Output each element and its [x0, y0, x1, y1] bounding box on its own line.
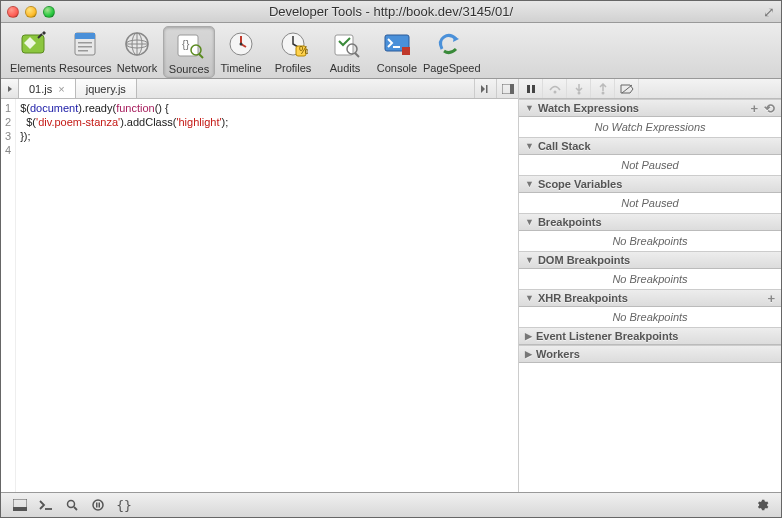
main-toolbar: ElementsResourcesNetwork{}SourcesTimelin… [1, 23, 781, 79]
editor-controls [474, 79, 518, 98]
panel-dom-body: No Breakpoints [519, 269, 781, 289]
add-icon[interactable]: + [767, 291, 775, 306]
code-line: }); [20, 129, 228, 143]
toolbar-network[interactable]: Network [111, 26, 163, 76]
pause-button[interactable] [519, 79, 543, 98]
panel-scope-header[interactable]: ▼Scope Variables [519, 175, 781, 193]
disclosure-arrow-icon: ▼ [525, 179, 534, 189]
deactivate-breakpoints-button[interactable] [615, 79, 639, 98]
panel-breakpoints-header[interactable]: ▼Breakpoints [519, 213, 781, 231]
panel-xhr-header[interactable]: ▼XHR Breakpoints+ [519, 289, 781, 307]
toolbar-pagespeed[interactable]: PageSpeed [423, 26, 475, 76]
svg-rect-4 [78, 46, 92, 48]
svg-point-36 [68, 501, 75, 508]
svg-rect-5 [78, 50, 88, 52]
source-tab[interactable]: 01.js× [19, 79, 76, 98]
toolbar-label: Elements [7, 62, 59, 74]
network-icon [121, 28, 153, 60]
toolbar-label: Console [371, 62, 423, 74]
tab-label: jquery.js [86, 83, 126, 95]
audits-icon [329, 28, 361, 60]
titlebar: Developer Tools - http://book.dev/3145/0… [1, 1, 781, 23]
code-editor[interactable]: 1234 $(document).ready(function() { $('d… [1, 99, 518, 492]
panel-title: DOM Breakpoints [538, 254, 630, 266]
code-line [20, 143, 228, 157]
window-controls [7, 6, 55, 18]
expand-icon[interactable]: ⤢ [763, 4, 775, 20]
run-snippet-icon[interactable] [474, 79, 496, 98]
panel-watch-header[interactable]: ▼Watch Expressions+⟲ [519, 99, 781, 117]
toolbar-console[interactable]: Console [371, 26, 423, 76]
pretty-print-icon[interactable]: {} [111, 495, 137, 515]
show-console-icon[interactable] [33, 495, 59, 515]
svg-rect-28 [532, 85, 535, 93]
toolbar-label: Timeline [215, 62, 267, 74]
svg-rect-40 [99, 503, 101, 508]
panel-scope-body: Not Paused [519, 193, 781, 213]
toolbar-resources[interactable]: Resources [59, 26, 111, 76]
close-tab-icon[interactable]: × [58, 83, 64, 95]
svg-line-12 [199, 54, 203, 58]
elements-icon [17, 28, 49, 60]
toolbar-profiles[interactable]: %Profiles [267, 26, 319, 76]
profiles-icon: % [277, 28, 309, 60]
toggle-sidebar-icon[interactable] [496, 79, 518, 98]
svg-text:%: % [299, 44, 308, 56]
svg-text:{}: {} [182, 38, 190, 50]
svg-point-31 [601, 91, 604, 94]
panel-callstack-header[interactable]: ▼Call Stack [519, 137, 781, 155]
source-tab[interactable]: jquery.js [76, 79, 137, 98]
add-icon[interactable]: + [750, 101, 758, 116]
panel-title: Watch Expressions [538, 102, 639, 114]
disclosure-arrow-icon: ▼ [525, 255, 534, 265]
search-icon[interactable] [59, 495, 85, 515]
pause-on-exception-icon[interactable] [85, 495, 111, 515]
svg-rect-27 [527, 85, 530, 93]
svg-rect-24 [486, 85, 488, 93]
window-title: Developer Tools - http://book.dev/3145/0… [1, 4, 781, 19]
toolbar-sources[interactable]: {}Sources [163, 26, 215, 78]
svg-rect-39 [96, 503, 98, 508]
svg-rect-2 [75, 33, 95, 39]
step-over-button[interactable] [543, 79, 567, 98]
dock-side-icon[interactable] [7, 495, 33, 515]
toolbar-label: Sources [164, 63, 214, 75]
status-bar: {} [1, 492, 781, 517]
line-gutter: 1234 [1, 99, 16, 492]
settings-gear-icon[interactable] [749, 495, 775, 515]
minimize-window-button[interactable] [25, 6, 37, 18]
zoom-window-button[interactable] [43, 6, 55, 18]
toolbar-audits[interactable]: Audits [319, 26, 371, 76]
toolbar-label: Resources [59, 62, 111, 74]
disclosure-arrow-icon: ▶ [525, 349, 532, 359]
disclosure-arrow-icon: ▼ [525, 217, 534, 227]
console-icon [381, 28, 413, 60]
navigator-toggle-icon[interactable] [1, 79, 19, 98]
tab-label: 01.js [29, 83, 52, 95]
disclosure-arrow-icon: ▼ [525, 141, 534, 151]
debugger-sidebar: ▼Watch Expressions+⟲No Watch Expressions… [519, 79, 781, 492]
toolbar-label: Audits [319, 62, 371, 74]
panel-dom-header[interactable]: ▼DOM Breakpoints [519, 251, 781, 269]
toolbar-label: Profiles [267, 62, 319, 74]
panel-event-header[interactable]: ▶Event Listener Breakpoints [519, 327, 781, 345]
svg-rect-3 [78, 42, 92, 44]
toolbar-elements[interactable]: Elements [7, 26, 59, 76]
panel-breakpoints-body: No Breakpoints [519, 231, 781, 251]
code-line: $(document).ready(function() { [20, 101, 228, 115]
refresh-icon[interactable]: ⟲ [764, 101, 775, 116]
panel-title: Breakpoints [538, 216, 602, 228]
close-window-button[interactable] [7, 6, 19, 18]
tab-bar: 01.js×jquery.js [1, 79, 518, 99]
svg-line-37 [74, 507, 77, 510]
step-out-button[interactable] [591, 79, 615, 98]
debugger-controls [519, 79, 781, 99]
step-into-button[interactable] [567, 79, 591, 98]
panel-workers-header[interactable]: ▶Workers [519, 345, 781, 363]
content-area: 01.js×jquery.js 1234 $(document).ready(f… [1, 79, 781, 492]
toolbar-timeline[interactable]: Timeline [215, 26, 267, 76]
sources-icon: {} [173, 29, 205, 61]
svg-rect-23 [402, 47, 410, 55]
panel-title: Call Stack [538, 140, 591, 152]
disclosure-arrow-icon: ▼ [525, 293, 534, 303]
